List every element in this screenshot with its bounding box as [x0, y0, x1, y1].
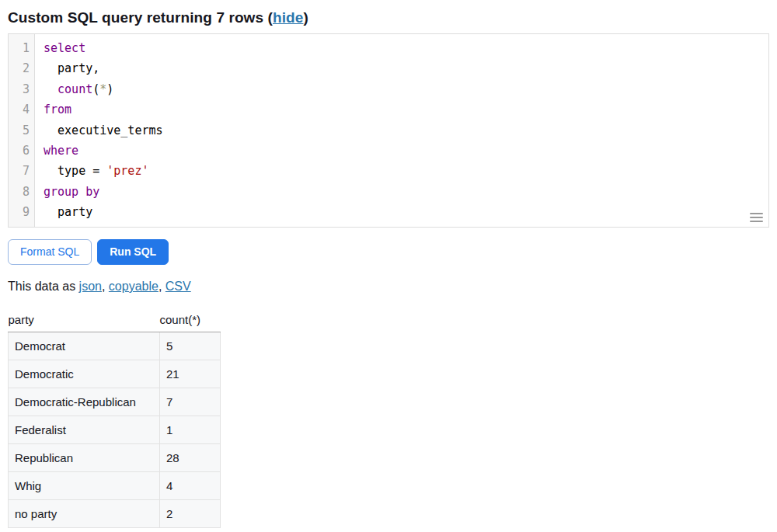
page-title-text: Custom SQL query returning 7 rows ( [8, 9, 273, 26]
toolbar: Format SQL Run SQL [8, 239, 769, 265]
page-title: Custom SQL query returning 7 rows (hide) [8, 9, 769, 26]
results-table-body: Democrat5Democratic21Democratic-Republic… [9, 332, 221, 528]
sql-line-code: executive_terms [35, 120, 163, 141]
sql-line-code: party [35, 202, 92, 222]
sql-line-code: party, [35, 58, 99, 78]
export-link-csv[interactable]: CSV [166, 280, 191, 293]
table-row: Democratic21 [9, 360, 221, 388]
export-links: json, copyable, CSV [79, 280, 191, 293]
sql-line-code: from [35, 99, 71, 120]
line-number: 1 [9, 38, 35, 58]
sql-line-code: select [35, 38, 85, 58]
table-row: no party2 [9, 500, 221, 528]
line-number: 2 [9, 58, 35, 78]
line-number: 9 [9, 202, 35, 222]
results-table: partycount(*) Democrat5Democratic21Democ… [8, 309, 221, 528]
cell-count: 7 [160, 388, 221, 416]
line-number: 5 [9, 120, 35, 141]
table-row: Whig4 [9, 472, 221, 500]
line-number: 8 [9, 182, 35, 202]
sql-line: 2 party, [9, 58, 768, 78]
sql-line: 6where [9, 141, 768, 161]
sql-lines: 1select2 party,3 count(*)4from5 executiv… [9, 34, 768, 223]
results-table-head-row: partycount(*) [9, 309, 221, 332]
sql-line: 1select [9, 38, 768, 58]
export-link-copyable[interactable]: copyable [109, 280, 159, 293]
cell-count: 5 [160, 332, 221, 360]
sql-line-code: group by [35, 182, 99, 202]
sql-line: 5 executive_terms [9, 120, 768, 141]
sql-line: 9 party [9, 202, 768, 222]
column-header-1: count(*) [160, 309, 221, 332]
line-number: 4 [9, 99, 35, 120]
sql-editor[interactable]: 1select2 party,3 count(*)4from5 executiv… [8, 33, 769, 228]
cell-count: 21 [160, 360, 221, 388]
export-link-json[interactable]: json [79, 280, 102, 293]
cell-party: Federalist [9, 416, 160, 444]
resize-grip-icon[interactable] [750, 213, 763, 222]
format-sql-button[interactable]: Format SQL [8, 239, 92, 265]
sql-line: 7 type = 'prez' [9, 161, 768, 181]
export-line: This data as json, copyable, CSV [8, 280, 769, 294]
export-prefix: This data as [8, 280, 79, 293]
cell-party: Democratic-Republican [9, 388, 160, 416]
page: Custom SQL query returning 7 rows (hide)… [0, 0, 777, 532]
line-number: 3 [9, 79, 35, 99]
cell-count: 1 [160, 416, 221, 444]
cell-party: Whig [9, 472, 160, 500]
table-row: Republican28 [9, 444, 221, 472]
sql-line-code: count(*) [35, 79, 113, 99]
line-number: 6 [9, 141, 35, 161]
cell-count: 2 [160, 500, 221, 528]
column-header-0: party [9, 309, 160, 332]
sql-line: 3 count(*) [9, 79, 768, 99]
cell-count: 28 [160, 444, 221, 472]
hide-link[interactable]: hide [273, 9, 303, 26]
sql-line-code: type = 'prez' [35, 161, 148, 181]
sql-line: 4from [9, 99, 768, 120]
sql-line: 8group by [9, 182, 768, 202]
page-title-close-paren: ) [303, 9, 308, 26]
table-row: Democratic-Republican7 [9, 388, 221, 416]
cell-party: Democratic [9, 360, 160, 388]
cell-party: Democrat [9, 332, 160, 360]
sql-line-code: where [35, 141, 78, 161]
table-row: Federalist1 [9, 416, 221, 444]
cell-party: no party [9, 500, 160, 528]
cell-party: Republican [9, 444, 160, 472]
run-sql-button[interactable]: Run SQL [97, 239, 169, 265]
cell-count: 4 [160, 472, 221, 500]
line-number: 7 [9, 161, 35, 181]
table-row: Democrat5 [9, 332, 221, 360]
